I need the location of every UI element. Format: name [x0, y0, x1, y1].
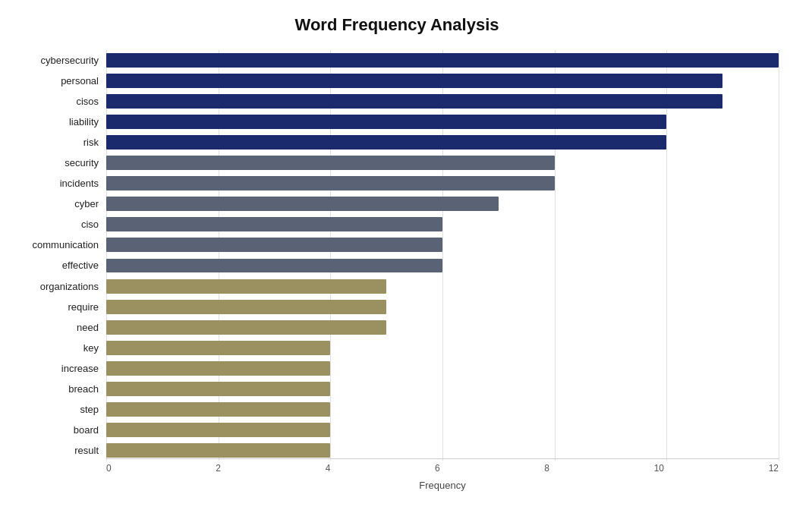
- bar-label: increase: [15, 363, 106, 374]
- bar-row: liability: [15, 112, 779, 132]
- bar-track: [106, 341, 779, 355]
- bar: [106, 115, 666, 129]
- bar-row: communication: [15, 235, 779, 255]
- bar-track: [106, 217, 779, 231]
- bar-row: personal: [15, 71, 779, 91]
- bar: [106, 197, 499, 211]
- bar-row: organizations: [15, 276, 779, 297]
- bar-label: incidents: [15, 178, 106, 189]
- bar: [106, 443, 330, 458]
- bar-row: ciso: [15, 214, 779, 235]
- bar-label: cisos: [15, 96, 106, 107]
- bar-track: [106, 361, 779, 376]
- bar-track: [106, 300, 779, 314]
- bar: [106, 402, 330, 417]
- bar-track: [106, 238, 779, 252]
- bar: [106, 259, 442, 273]
- bar-row: cisos: [15, 91, 779, 112]
- bar: [106, 320, 386, 335]
- x-axis-ticks: 024681012: [106, 463, 779, 474]
- bar-track: [106, 53, 779, 68]
- x-axis: 024681012 Frequency: [106, 458, 779, 491]
- bar-track: [106, 320, 779, 335]
- tick-label: 6: [435, 463, 440, 474]
- bar-label: ciso: [15, 219, 106, 230]
- bar: [106, 74, 722, 88]
- bar-label: security: [15, 157, 106, 168]
- bar-track: [106, 197, 779, 211]
- bar: [106, 53, 779, 68]
- bar-track: [106, 176, 779, 190]
- tick-label: 4: [326, 463, 331, 474]
- bar-row: increase: [15, 358, 779, 379]
- bar-track: [106, 94, 779, 109]
- bar-label: cyber: [15, 198, 106, 209]
- bar-label: board: [15, 424, 106, 436]
- bar-track: [106, 402, 779, 417]
- bar-label: key: [15, 342, 106, 354]
- bar-row: result: [15, 440, 779, 461]
- bar: [106, 156, 555, 170]
- bar-label: cybersecurity: [15, 55, 106, 66]
- x-axis-title: Frequency: [106, 480, 779, 491]
- bar: [106, 217, 442, 231]
- bar-track: [106, 74, 779, 88]
- bar-row: key: [15, 338, 779, 358]
- bar-track: [106, 259, 779, 273]
- bar-label: need: [15, 322, 106, 333]
- bar: [106, 382, 330, 396]
- bar-row: step: [15, 399, 779, 420]
- bar-track: [106, 443, 779, 458]
- bar-row: board: [15, 420, 779, 440]
- bar-label: liability: [15, 116, 106, 127]
- bar-track: [106, 135, 779, 150]
- bar-label: step: [15, 404, 106, 415]
- bar-label: organizations: [15, 281, 106, 292]
- bar: [106, 135, 666, 150]
- bar-row: security: [15, 153, 779, 173]
- bar-label: require: [15, 301, 106, 313]
- chart-title: Word Frequency Analysis: [15, 15, 779, 35]
- bar-track: [106, 115, 779, 129]
- bar: [106, 94, 722, 109]
- bar-label: breach: [15, 383, 106, 395]
- bar-track: [106, 156, 779, 170]
- bar: [106, 279, 386, 294]
- bar-label: risk: [15, 137, 106, 148]
- tick-label: 0: [106, 463, 112, 474]
- bar-label: communication: [15, 239, 106, 250]
- bar-row: require: [15, 297, 779, 317]
- bar-track: [106, 423, 779, 437]
- bar: [106, 238, 442, 252]
- tick-label: 10: [654, 463, 664, 474]
- bar-row: incidents: [15, 173, 779, 194]
- bar-row: effective: [15, 255, 779, 275]
- bar: [106, 176, 555, 190]
- chart-container: Word Frequency Analysis cybersecurityper…: [0, 0, 809, 532]
- x-axis-line: [106, 458, 779, 459]
- bar: [106, 341, 330, 355]
- bar-row: breach: [15, 379, 779, 399]
- grid-line: [779, 50, 779, 461]
- bar-label: result: [15, 445, 106, 456]
- bar: [106, 423, 330, 437]
- bar: [106, 361, 330, 376]
- bar-label: personal: [15, 75, 106, 87]
- tick-label: 2: [216, 463, 221, 474]
- tick-label: 12: [769, 463, 779, 474]
- bar: [106, 300, 386, 314]
- bar-row: need: [15, 317, 779, 338]
- bar-label: effective: [15, 260, 106, 271]
- bar-row: risk: [15, 132, 779, 153]
- bar-track: [106, 382, 779, 396]
- bar-track: [106, 279, 779, 294]
- bar-row: cyber: [15, 194, 779, 214]
- tick-label: 8: [544, 463, 549, 474]
- chart-area: cybersecuritypersonalcisosliabilityrisks…: [15, 50, 779, 461]
- bar-row: cybersecurity: [15, 50, 779, 71]
